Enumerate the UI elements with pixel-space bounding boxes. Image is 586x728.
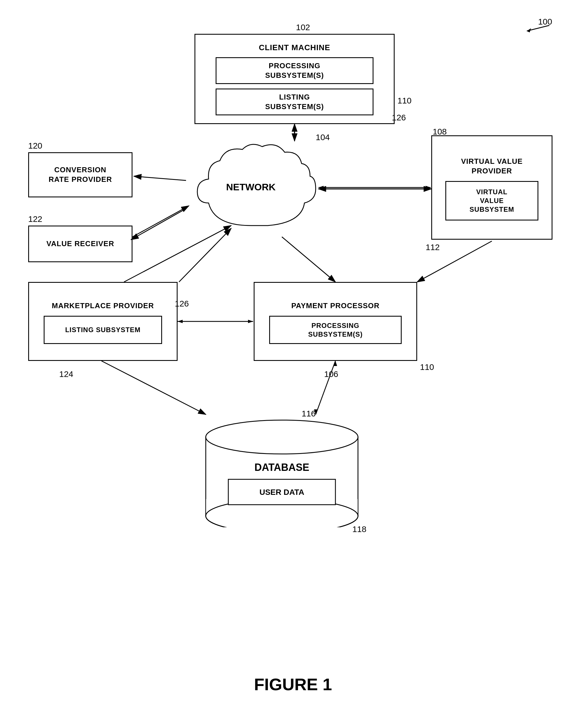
svg-marker-31 [178, 320, 183, 323]
arrows-overlay [0, 0, 586, 728]
svg-line-28 [282, 237, 336, 282]
svg-line-29 [417, 241, 492, 282]
figure-label: FIGURE 1 [0, 675, 586, 694]
diagram: 100 CLIENT MACHINE PROCESSING SUBSYSTEM(… [0, 0, 586, 728]
svg-marker-16 [293, 124, 296, 129]
svg-line-36 [102, 361, 206, 414]
svg-line-21 [132, 206, 189, 237]
svg-line-38 [179, 228, 231, 282]
svg-marker-32 [248, 320, 253, 323]
svg-line-20 [124, 226, 231, 282]
svg-line-18 [134, 176, 186, 180]
svg-marker-19 [134, 175, 139, 178]
svg-marker-17 [293, 135, 296, 140]
svg-line-33 [316, 361, 336, 414]
svg-line-22 [131, 209, 186, 240]
